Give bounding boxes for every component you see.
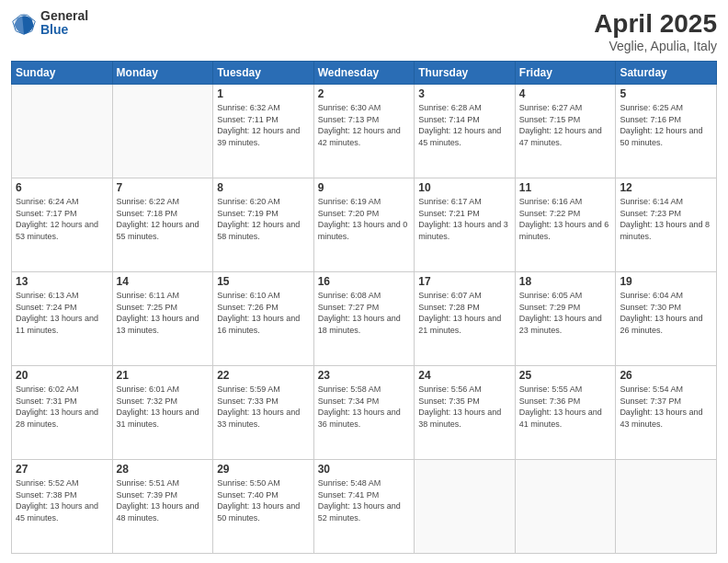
calendar-cell: 20Sunrise: 6:02 AM Sunset: 7:31 PM Dayli…: [12, 366, 113, 460]
day-number: 6: [16, 181, 108, 194]
calendar-cell: 17Sunrise: 6:07 AM Sunset: 7:28 PM Dayli…: [415, 272, 516, 366]
day-info: Sunrise: 5:50 AM Sunset: 7:40 PM Dayligh…: [217, 477, 310, 523]
calendar-cell: 19Sunrise: 6:04 AM Sunset: 7:30 PM Dayli…: [616, 272, 717, 366]
calendar-cell: 28Sunrise: 5:51 AM Sunset: 7:39 PM Dayli…: [112, 460, 213, 554]
day-info: Sunrise: 6:14 AM Sunset: 7:23 PM Dayligh…: [620, 196, 712, 242]
calendar-title: April 2025: [594, 9, 717, 39]
header-row: Sunday Monday Tuesday Wednesday Thursday…: [12, 62, 717, 85]
col-tuesday: Tuesday: [213, 62, 314, 85]
day-info: Sunrise: 6:04 AM Sunset: 7:30 PM Dayligh…: [620, 290, 712, 336]
day-number: 5: [620, 87, 712, 100]
col-monday: Monday: [112, 62, 213, 85]
calendar-cell: 24Sunrise: 5:56 AM Sunset: 7:35 PM Dayli…: [415, 366, 516, 460]
calendar-cell: 12Sunrise: 6:14 AM Sunset: 7:23 PM Dayli…: [616, 178, 717, 272]
day-number: 8: [217, 181, 310, 194]
calendar-cell: 13Sunrise: 6:13 AM Sunset: 7:24 PM Dayli…: [12, 272, 113, 366]
day-info: Sunrise: 6:30 AM Sunset: 7:13 PM Dayligh…: [318, 102, 411, 148]
day-info: Sunrise: 6:24 AM Sunset: 7:17 PM Dayligh…: [16, 196, 108, 242]
day-info: Sunrise: 6:07 AM Sunset: 7:28 PM Dayligh…: [418, 290, 511, 336]
page: General Blue April 2025 Veglie, Apulia, …: [0, 0, 728, 563]
day-info: Sunrise: 6:05 AM Sunset: 7:29 PM Dayligh…: [519, 290, 612, 336]
day-number: 28: [117, 463, 210, 476]
day-info: Sunrise: 6:27 AM Sunset: 7:15 PM Dayligh…: [519, 102, 612, 148]
day-info: Sunrise: 6:11 AM Sunset: 7:25 PM Dayligh…: [117, 290, 210, 336]
day-number: 25: [519, 369, 612, 382]
logo-blue-text: Blue: [40, 23, 88, 37]
day-number: 1: [217, 87, 310, 100]
calendar-cell: 5Sunrise: 6:25 AM Sunset: 7:16 PM Daylig…: [616, 85, 717, 178]
day-number: 14: [117, 275, 210, 288]
day-info: Sunrise: 6:19 AM Sunset: 7:20 PM Dayligh…: [318, 196, 411, 242]
day-number: 7: [117, 181, 210, 194]
day-number: 20: [16, 369, 108, 382]
day-number: 9: [318, 181, 411, 194]
calendar-cell: 8Sunrise: 6:20 AM Sunset: 7:19 PM Daylig…: [213, 178, 314, 272]
day-info: Sunrise: 6:32 AM Sunset: 7:11 PM Dayligh…: [217, 102, 310, 148]
calendar-cell: 6Sunrise: 6:24 AM Sunset: 7:17 PM Daylig…: [12, 178, 113, 272]
day-info: Sunrise: 5:55 AM Sunset: 7:36 PM Dayligh…: [519, 384, 612, 430]
header: General Blue April 2025 Veglie, Apulia, …: [11, 9, 717, 53]
calendar-cell: [415, 460, 516, 554]
day-number: 3: [418, 87, 511, 100]
day-number: 2: [318, 87, 411, 100]
calendar-cell: [12, 85, 113, 178]
calendar-cell: [112, 85, 213, 178]
day-info: Sunrise: 5:54 AM Sunset: 7:37 PM Dayligh…: [620, 384, 712, 430]
calendar-cell: 9Sunrise: 6:19 AM Sunset: 7:20 PM Daylig…: [313, 178, 415, 272]
day-info: Sunrise: 6:20 AM Sunset: 7:19 PM Dayligh…: [217, 196, 310, 242]
col-friday: Friday: [515, 62, 616, 85]
day-number: 16: [318, 275, 411, 288]
calendar-cell: 16Sunrise: 6:08 AM Sunset: 7:27 PM Dayli…: [313, 272, 415, 366]
day-number: 13: [16, 275, 108, 288]
calendar-week-0: 1Sunrise: 6:32 AM Sunset: 7:11 PM Daylig…: [12, 85, 717, 178]
calendar-cell: 11Sunrise: 6:16 AM Sunset: 7:22 PM Dayli…: [515, 178, 616, 272]
day-number: 23: [318, 369, 411, 382]
calendar-cell: 25Sunrise: 5:55 AM Sunset: 7:36 PM Dayli…: [515, 366, 616, 460]
calendar-cell: 18Sunrise: 6:05 AM Sunset: 7:29 PM Dayli…: [515, 272, 616, 366]
day-info: Sunrise: 5:52 AM Sunset: 7:38 PM Dayligh…: [16, 477, 108, 523]
col-thursday: Thursday: [415, 62, 516, 85]
col-wednesday: Wednesday: [313, 62, 415, 85]
day-number: 11: [519, 181, 612, 194]
calendar-cell: 21Sunrise: 6:01 AM Sunset: 7:32 PM Dayli…: [112, 366, 213, 460]
col-sunday: Sunday: [12, 62, 113, 85]
day-info: Sunrise: 6:25 AM Sunset: 7:16 PM Dayligh…: [620, 102, 712, 148]
calendar-cell: 26Sunrise: 5:54 AM Sunset: 7:37 PM Dayli…: [616, 366, 717, 460]
calendar-cell: 23Sunrise: 5:58 AM Sunset: 7:34 PM Dayli…: [313, 366, 415, 460]
day-number: 22: [217, 369, 310, 382]
calendar-cell: [616, 460, 717, 554]
calendar-cell: 14Sunrise: 6:11 AM Sunset: 7:25 PM Dayli…: [112, 272, 213, 366]
calendar-table: Sunday Monday Tuesday Wednesday Thursday…: [11, 61, 717, 554]
day-number: 21: [117, 369, 210, 382]
day-info: Sunrise: 5:58 AM Sunset: 7:34 PM Dayligh…: [318, 384, 411, 430]
day-number: 15: [217, 275, 310, 288]
day-info: Sunrise: 6:28 AM Sunset: 7:14 PM Dayligh…: [418, 102, 511, 148]
day-info: Sunrise: 6:22 AM Sunset: 7:18 PM Dayligh…: [117, 196, 210, 242]
day-number: 10: [418, 181, 511, 194]
day-info: Sunrise: 5:51 AM Sunset: 7:39 PM Dayligh…: [117, 477, 210, 523]
day-number: 30: [318, 463, 411, 476]
title-block: April 2025 Veglie, Apulia, Italy: [594, 9, 717, 53]
logo-text: General Blue: [40, 9, 88, 38]
calendar-cell: 7Sunrise: 6:22 AM Sunset: 7:18 PM Daylig…: [112, 178, 213, 272]
day-info: Sunrise: 6:13 AM Sunset: 7:24 PM Dayligh…: [16, 290, 108, 336]
calendar-cell: 4Sunrise: 6:27 AM Sunset: 7:15 PM Daylig…: [515, 85, 616, 178]
logo-general-text: General: [40, 9, 88, 23]
day-number: 12: [620, 181, 712, 194]
day-info: Sunrise: 5:56 AM Sunset: 7:35 PM Dayligh…: [418, 384, 511, 430]
day-number: 27: [16, 463, 108, 476]
day-info: Sunrise: 6:10 AM Sunset: 7:26 PM Dayligh…: [217, 290, 310, 336]
day-info: Sunrise: 6:08 AM Sunset: 7:27 PM Dayligh…: [318, 290, 411, 336]
day-info: Sunrise: 6:16 AM Sunset: 7:22 PM Dayligh…: [519, 196, 612, 242]
day-number: 24: [418, 369, 511, 382]
calendar-cell: 3Sunrise: 6:28 AM Sunset: 7:14 PM Daylig…: [415, 85, 516, 178]
col-saturday: Saturday: [616, 62, 717, 85]
day-number: 29: [217, 463, 310, 476]
day-info: Sunrise: 6:17 AM Sunset: 7:21 PM Dayligh…: [418, 196, 511, 242]
day-info: Sunrise: 5:59 AM Sunset: 7:33 PM Dayligh…: [217, 384, 310, 430]
calendar-subtitle: Veglie, Apulia, Italy: [594, 39, 717, 53]
calendar-cell: [515, 460, 616, 554]
day-number: 17: [418, 275, 511, 288]
calendar-cell: 27Sunrise: 5:52 AM Sunset: 7:38 PM Dayli…: [12, 460, 113, 554]
day-info: Sunrise: 6:01 AM Sunset: 7:32 PM Dayligh…: [117, 384, 210, 430]
